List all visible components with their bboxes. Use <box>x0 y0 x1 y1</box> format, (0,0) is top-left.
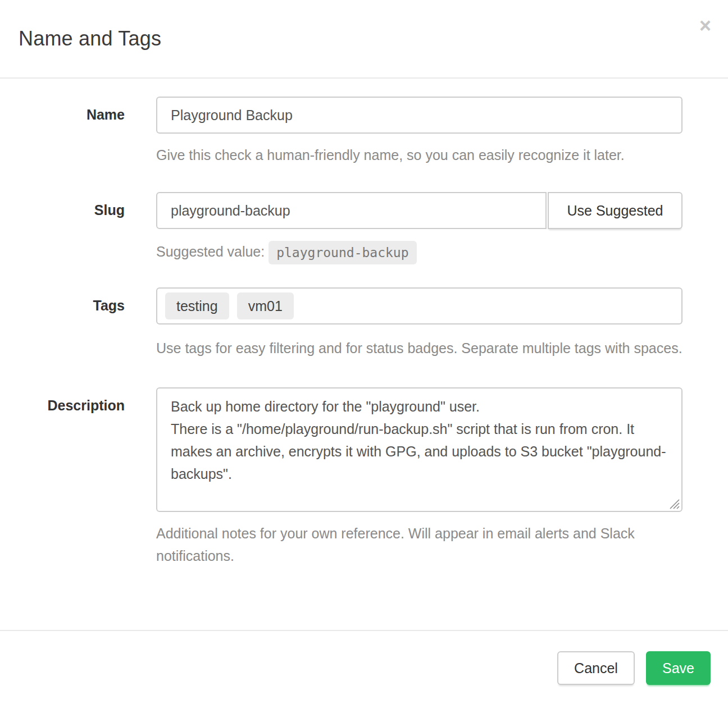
modal-body: Name Give this check a human-friendly na… <box>0 79 728 630</box>
description-control: Back up home directory for the "playgrou… <box>156 387 683 512</box>
use-suggested-button[interactable]: Use Suggested <box>548 192 683 229</box>
tags-row: Tags testing vm01 <box>0 287 728 324</box>
modal-footer: Cancel Save <box>0 630 728 704</box>
tags-control: testing vm01 <box>156 287 683 324</box>
tags-input[interactable]: testing vm01 <box>156 287 683 324</box>
description-textarea[interactable]: Back up home directory for the "playgrou… <box>156 387 683 512</box>
slug-input[interactable] <box>156 192 547 229</box>
name-label: Name <box>0 97 125 134</box>
description-row: Description Back up home directory for t… <box>0 387 728 512</box>
tag-pill: vm01 <box>237 292 294 319</box>
modal-header: Name and Tags × <box>0 0 728 79</box>
slug-row: Slug Use Suggested <box>0 192 728 229</box>
suggested-value-line: Suggested value: playground-backup <box>156 239 728 264</box>
slug-input-group: Use Suggested <box>156 192 683 229</box>
close-icon[interactable]: × <box>699 16 711 36</box>
name-control <box>156 97 683 134</box>
tags-help-text: Use tags for easy filtering and for stat… <box>156 337 683 359</box>
suggested-value-prefix: Suggested value: <box>156 244 265 259</box>
slug-label: Slug <box>0 192 125 229</box>
modal-title: Name and Tags <box>19 27 161 51</box>
cancel-button[interactable]: Cancel <box>557 651 635 685</box>
description-help-text: Additional notes for your own reference.… <box>156 522 683 567</box>
suggested-value-code: playground-backup <box>269 241 416 264</box>
name-row: Name <box>0 97 728 134</box>
name-input[interactable] <box>156 97 683 134</box>
tags-label: Tags <box>0 287 125 324</box>
name-help-text: Give this check a human-friendly name, s… <box>156 144 683 166</box>
description-textarea-wrap: Back up home directory for the "playgrou… <box>156 387 683 512</box>
textarea-resize-handle-icon[interactable] <box>667 497 680 509</box>
save-button[interactable]: Save <box>646 651 711 685</box>
slug-control: Use Suggested <box>156 192 683 229</box>
tag-pill: testing <box>165 292 229 319</box>
description-label: Description <box>0 387 125 512</box>
